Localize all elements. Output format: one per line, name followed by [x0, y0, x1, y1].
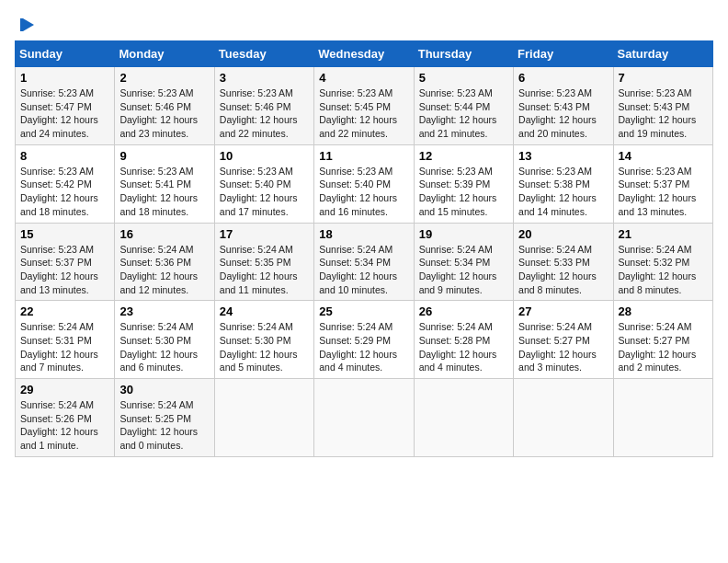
sunset-label: Sunset:: [220, 178, 253, 190]
calendar-cell: 11 Sunrise: 5:23 AM Sunset: 5:40 PM Dayl…: [314, 144, 414, 223]
sunset-label: Sunset:: [319, 335, 352, 346]
sunset-label: Sunset:: [20, 178, 53, 190]
sunset-label: Sunset:: [119, 178, 153, 190]
day-info: Sunrise: 5:24 AM Sunset: 5:25 PM Dayligh…: [119, 398, 209, 453]
sunrise-label: Sunrise:: [220, 87, 256, 98]
sunset-label: Sunset:: [119, 101, 153, 112]
calendar-cell: 22 Sunrise: 5:24 AM Sunset: 5:31 PM Dayl…: [16, 301, 115, 379]
sunrise-label: Sunrise:: [619, 166, 654, 177]
sunset-label: Sunset:: [20, 101, 53, 112]
day-number: 1: [20, 71, 109, 85]
sunset-label: Sunset:: [119, 257, 153, 268]
day-info: Sunrise: 5:23 AM Sunset: 5:42 PM Dayligh…: [20, 165, 109, 219]
calendar-cell: 4 Sunrise: 5:23 AM Sunset: 5:45 PM Dayli…: [314, 67, 414, 145]
sunset-label: Sunset:: [419, 101, 452, 112]
day-number: 5: [419, 71, 508, 85]
sunrise-label: Sunrise:: [518, 321, 554, 332]
daylight-label: Daylight:: [419, 114, 457, 125]
calendar-week-1: 1 Sunrise: 5:23 AM Sunset: 5:47 PM Dayli…: [16, 67, 713, 145]
daylight-label: Daylight:: [20, 349, 58, 360]
day-number: 29: [20, 383, 109, 396]
daylight-label: Daylight:: [619, 192, 656, 203]
sunrise-label: Sunrise:: [619, 87, 654, 98]
calendar-cell: 23 Sunrise: 5:24 AM Sunset: 5:30 PM Dayl…: [115, 301, 214, 379]
sunrise-label: Sunrise:: [518, 166, 554, 177]
sunrise-label: Sunrise:: [220, 321, 256, 332]
day-info: Sunrise: 5:23 AM Sunset: 5:47 PM Dayligh…: [20, 86, 109, 141]
day-number: 30: [119, 383, 209, 396]
daylight-label: Daylight:: [319, 349, 357, 360]
sunrise-label: Sunrise:: [518, 87, 554, 98]
daylight-label: Daylight:: [20, 270, 58, 282]
calendar-cell: 20 Sunrise: 5:24 AM Sunset: 5:33 PM Dayl…: [514, 223, 613, 301]
day-number: 28: [619, 304, 708, 318]
day-number: 16: [119, 227, 209, 241]
day-info: Sunrise: 5:23 AM Sunset: 5:46 PM Dayligh…: [220, 86, 309, 141]
daylight-label: Daylight:: [619, 349, 656, 360]
calendar-cell: 24 Sunrise: 5:24 AM Sunset: 5:30 PM Dayl…: [214, 301, 313, 379]
sunrise-label: Sunrise:: [419, 321, 455, 332]
day-number: 14: [619, 149, 708, 163]
day-info: Sunrise: 5:23 AM Sunset: 5:40 PM Dayligh…: [220, 165, 309, 219]
daylight-label: Daylight:: [518, 349, 556, 360]
day-number: 26: [419, 304, 508, 318]
sunrise-label: Sunrise:: [20, 321, 56, 332]
day-info: Sunrise: 5:24 AM Sunset: 5:34 PM Dayligh…: [319, 243, 408, 297]
sunset-label: Sunset:: [319, 101, 352, 112]
day-info: Sunrise: 5:24 AM Sunset: 5:34 PM Dayligh…: [419, 243, 508, 297]
day-info: Sunrise: 5:24 AM Sunset: 5:29 PM Dayligh…: [319, 320, 408, 374]
sunset-label: Sunset:: [119, 413, 153, 424]
calendar-cell: 13 Sunrise: 5:23 AM Sunset: 5:38 PM Dayl…: [514, 144, 613, 223]
sunset-label: Sunset:: [518, 335, 552, 346]
sunrise-label: Sunrise:: [119, 166, 155, 177]
page-header: [15, 15, 713, 31]
day-info: Sunrise: 5:23 AM Sunset: 5:40 PM Dayligh…: [319, 165, 408, 219]
sunset-label: Sunset:: [20, 335, 53, 346]
sunset-label: Sunset:: [419, 257, 452, 268]
calendar-cell: 18 Sunrise: 5:24 AM Sunset: 5:34 PM Dayl…: [314, 223, 414, 301]
sunrise-label: Sunrise:: [119, 244, 155, 255]
day-number: 10: [220, 149, 309, 163]
daylight-label: Daylight:: [119, 426, 157, 437]
day-number: 11: [319, 149, 408, 163]
daylight-label: Daylight:: [220, 270, 257, 282]
daylight-label: Daylight:: [220, 114, 257, 125]
day-number: 13: [518, 149, 608, 163]
daylight-label: Daylight:: [619, 114, 656, 125]
calendar-cell: 1 Sunrise: 5:23 AM Sunset: 5:47 PM Dayli…: [16, 67, 115, 145]
day-info: Sunrise: 5:24 AM Sunset: 5:33 PM Dayligh…: [518, 243, 608, 297]
day-info: Sunrise: 5:23 AM Sunset: 5:38 PM Dayligh…: [518, 165, 608, 219]
calendar-cell: 9 Sunrise: 5:23 AM Sunset: 5:41 PM Dayli…: [115, 144, 214, 223]
daylight-label: Daylight:: [119, 192, 157, 203]
calendar-week-3: 15 Sunrise: 5:23 AM Sunset: 5:37 PM Dayl…: [16, 223, 713, 301]
day-info: Sunrise: 5:24 AM Sunset: 5:26 PM Dayligh…: [20, 398, 109, 453]
logo-icon: [17, 15, 38, 35]
weekday-header-wednesday: Wednesday: [314, 41, 414, 67]
day-number: 12: [419, 149, 508, 163]
sunrise-label: Sunrise:: [220, 244, 256, 255]
day-info: Sunrise: 5:24 AM Sunset: 5:35 PM Dayligh…: [220, 243, 309, 297]
sunrise-label: Sunrise:: [419, 166, 455, 177]
sunrise-label: Sunrise:: [319, 321, 355, 332]
sunset-label: Sunset:: [20, 257, 53, 268]
calendar-table: SundayMondayTuesdayWednesdayThursdayFrid…: [15, 40, 713, 457]
calendar-cell: 26 Sunrise: 5:24 AM Sunset: 5:28 PM Dayl…: [414, 301, 513, 379]
sunset-label: Sunset:: [619, 257, 652, 268]
calendar-cell: 29 Sunrise: 5:24 AM Sunset: 5:26 PM Dayl…: [16, 379, 115, 457]
sunset-label: Sunset:: [319, 178, 352, 190]
daylight-label: Daylight:: [119, 349, 157, 360]
day-number: 3: [220, 71, 309, 85]
weekday-header-tuesday: Tuesday: [214, 41, 313, 67]
day-info: Sunrise: 5:23 AM Sunset: 5:41 PM Dayligh…: [119, 165, 209, 219]
day-number: 23: [119, 304, 209, 318]
calendar-cell: 5 Sunrise: 5:23 AM Sunset: 5:44 PM Dayli…: [414, 67, 513, 145]
sunset-label: Sunset:: [419, 335, 452, 346]
sunrise-label: Sunrise:: [20, 399, 56, 410]
day-number: 25: [319, 304, 408, 318]
day-info: Sunrise: 5:23 AM Sunset: 5:46 PM Dayligh…: [119, 86, 209, 141]
sunset-label: Sunset:: [220, 101, 253, 112]
daylight-label: Daylight:: [20, 114, 58, 125]
calendar-header-row: SundayMondayTuesdayWednesdayThursdayFrid…: [16, 41, 713, 67]
sunset-label: Sunset:: [220, 257, 253, 268]
day-info: Sunrise: 5:23 AM Sunset: 5:44 PM Dayligh…: [419, 86, 508, 141]
